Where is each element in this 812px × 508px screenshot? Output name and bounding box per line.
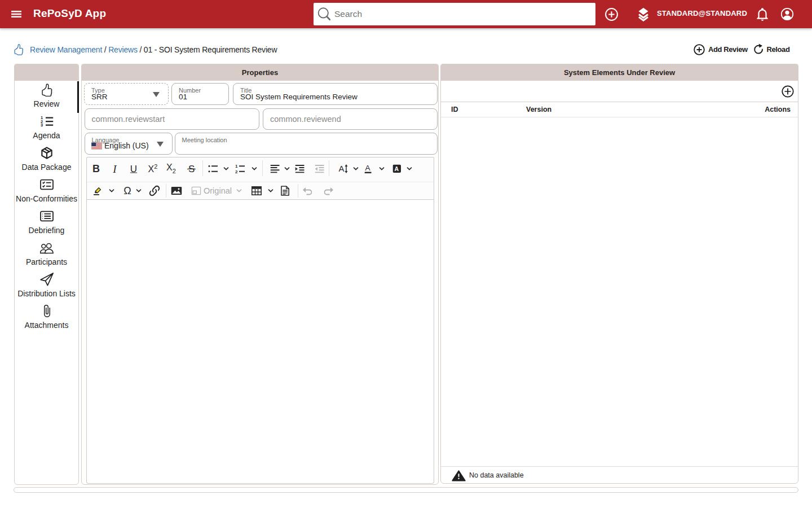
svg-text:1: 1	[235, 164, 238, 169]
svg-text:2: 2	[235, 169, 238, 173]
svg-text:A: A	[365, 164, 370, 172]
svg-text:A: A	[394, 165, 399, 172]
svg-text:3: 3	[41, 122, 43, 128]
svg-text:A: A	[338, 164, 344, 173]
